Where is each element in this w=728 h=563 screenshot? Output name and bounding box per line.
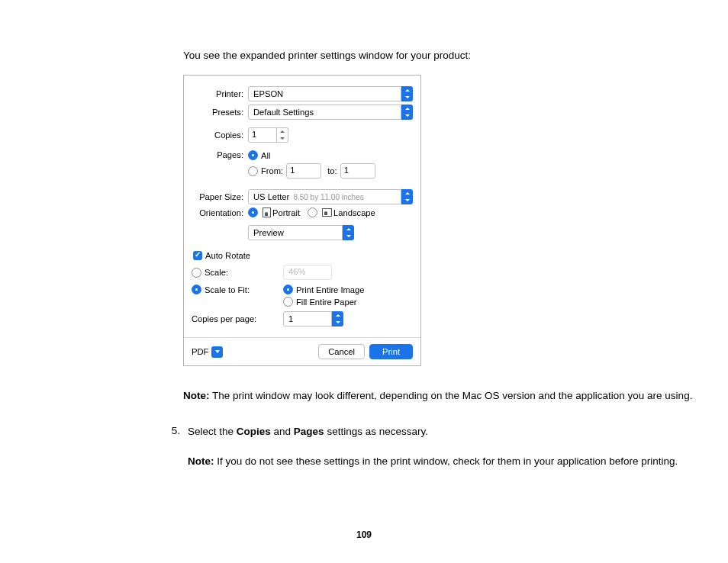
scale-to-fit-label: Scale to Fit: [205, 285, 250, 294]
pane-select[interactable]: Preview [248, 225, 354, 240]
paper-size-label: Paper Size: [192, 192, 243, 201]
copies-stepper[interactable]: 1 [248, 127, 288, 143]
copies-label: Copies: [192, 130, 243, 140]
auto-rotate-checkbox[interactable] [193, 251, 202, 260]
pages-from-input[interactable]: 1 [286, 163, 321, 179]
note-2: Note: If you do not see these settings i… [188, 455, 697, 469]
dropdown-icon [401, 189, 413, 204]
pdf-label: PDF [192, 347, 208, 356]
copies-per-page-select[interactable]: 1 [283, 311, 343, 327]
orientation-landscape-radio[interactable] [308, 208, 317, 217]
chevron-down-icon [211, 346, 223, 358]
scale-radio[interactable] [192, 268, 201, 278]
portrait-icon [263, 208, 271, 217]
dropdown-icon [343, 225, 354, 240]
portrait-label: Portrait [272, 208, 300, 217]
printer-select[interactable]: EPSON [248, 86, 413, 101]
print-entire-radio[interactable] [283, 285, 293, 294]
printer-label: Printer: [192, 89, 243, 98]
pages-label: Pages: [192, 150, 243, 159]
pages-all-label: All [261, 151, 270, 160]
note-1: Note: The print window may look differen… [183, 389, 697, 404]
pdf-menu[interactable]: PDF [192, 346, 223, 358]
landscape-label: Landscape [333, 208, 375, 217]
cancel-button[interactable]: Cancel [318, 344, 365, 359]
pages-range-radio[interactable] [248, 166, 258, 176]
print-button[interactable]: Print [369, 344, 413, 359]
fill-paper-label: Fill Entire Paper [296, 298, 357, 307]
landscape-icon [322, 208, 332, 217]
page-number: 109 [0, 529, 728, 540]
scale-label: Scale: [205, 268, 228, 277]
dropdown-icon [332, 311, 343, 327]
pages-all-radio[interactable] [248, 150, 258, 160]
copies-per-page-label: Copies per page: [192, 314, 256, 323]
pages-to-label: to: [327, 166, 337, 175]
dropdown-icon [401, 105, 413, 120]
pages-from-label: From: [261, 166, 283, 175]
stepper-icon [277, 127, 288, 143]
orientation-label: Orientation: [192, 208, 243, 217]
fill-paper-radio[interactable] [283, 297, 293, 307]
presets-label: Presets: [192, 108, 243, 117]
print-entire-label: Print Entire Image [296, 285, 365, 294]
scale-input[interactable]: 46% [283, 265, 332, 280]
print-dialog: Printer: EPSON Presets: Default Settings… [183, 75, 421, 366]
orientation-portrait-radio[interactable] [248, 208, 258, 217]
pages-to-input[interactable]: 1 [340, 163, 375, 179]
intro-text: You see the expanded printer settings wi… [183, 50, 697, 61]
presets-select[interactable]: Default Settings [248, 105, 413, 120]
step-text: Select the Copies and Pages settings as … [188, 425, 697, 439]
auto-rotate-label: Auto Rotate [205, 251, 250, 260]
dropdown-icon [401, 86, 413, 101]
scale-to-fit-radio[interactable] [192, 285, 201, 294]
paper-size-select[interactable]: US Letter 8.50 by 11.00 inches [248, 189, 413, 204]
step-number: 5. [168, 425, 180, 469]
